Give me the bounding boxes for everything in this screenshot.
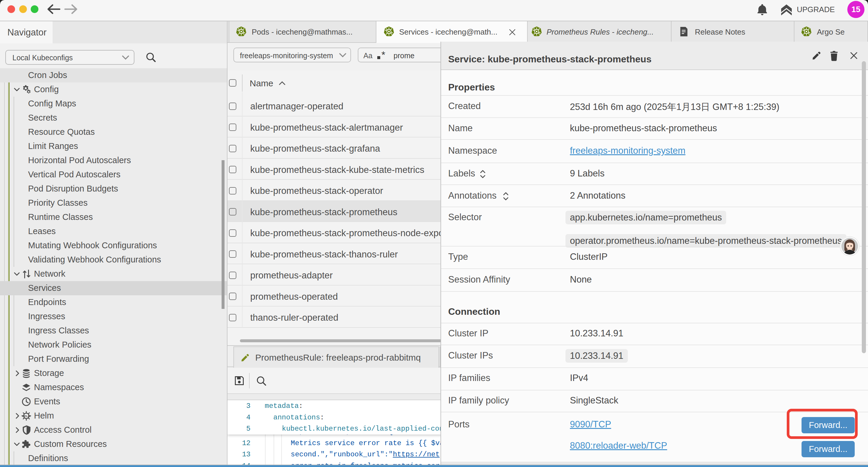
svg-text:HELM: HELM [22,414,30,418]
